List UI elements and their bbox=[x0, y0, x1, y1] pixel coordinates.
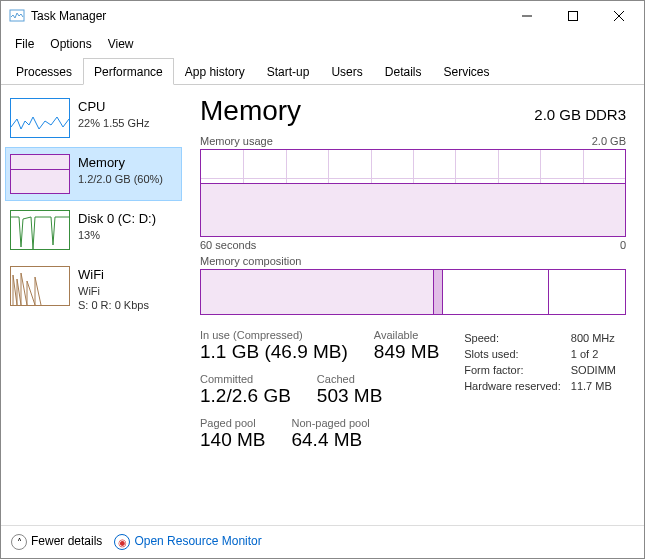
composition-label: Memory composition bbox=[200, 255, 301, 267]
content: CPU22% 1.55 GHz Memory1.2/2.0 GB (60%) D… bbox=[1, 85, 644, 525]
monitor-icon: ◉ bbox=[114, 534, 130, 550]
chevron-up-icon: ˄ bbox=[11, 534, 27, 550]
usage-max: 2.0 GB bbox=[592, 135, 626, 147]
hw-label: Hardware reserved: bbox=[464, 379, 569, 393]
cpu-thumb bbox=[10, 98, 70, 138]
sidebar: CPU22% 1.55 GHz Memory1.2/2.0 GB (60%) D… bbox=[1, 85, 186, 525]
specs-table: Speed:800 MHz Slots used:1 of 2 Form fac… bbox=[462, 329, 626, 451]
tab-startup[interactable]: Start-up bbox=[256, 58, 321, 85]
sidebar-disk-sub: 13% bbox=[78, 228, 156, 243]
in-use-value: 1.1 GB (46.9 MB) bbox=[200, 341, 348, 363]
available-value: 849 MB bbox=[374, 341, 439, 363]
disk-thumb bbox=[10, 210, 70, 250]
hw-value: 11.7 MB bbox=[571, 379, 624, 393]
sidebar-wifi-sub2: S: 0 R: 0 Kbps bbox=[78, 298, 149, 313]
tab-app-history[interactable]: App history bbox=[174, 58, 256, 85]
speed-value: 800 MHz bbox=[571, 331, 624, 345]
sidebar-item-disk[interactable]: Disk 0 (C: D:)13% bbox=[5, 203, 182, 257]
fewer-details-button[interactable]: ˄Fewer details bbox=[11, 534, 102, 550]
in-use-label: In use (Compressed) bbox=[200, 329, 348, 341]
menu-file[interactable]: File bbox=[7, 33, 42, 55]
memory-usage-chart bbox=[200, 149, 626, 237]
main-panel: Memory 2.0 GB DDR3 Memory usage2.0 GB 60… bbox=[186, 85, 644, 525]
tab-processes[interactable]: Processes bbox=[5, 58, 83, 85]
tab-performance[interactable]: Performance bbox=[83, 58, 174, 85]
sidebar-cpu-label: CPU bbox=[78, 98, 150, 116]
nonpaged-value: 64.4 MB bbox=[291, 429, 369, 451]
form-value: SODIMM bbox=[571, 363, 624, 377]
nonpaged-label: Non-paged pool bbox=[291, 417, 369, 429]
sidebar-memory-label: Memory bbox=[78, 154, 163, 172]
close-button[interactable] bbox=[596, 1, 642, 31]
sidebar-item-wifi[interactable]: WiFiWiFiS: 0 R: 0 Kbps bbox=[5, 259, 182, 320]
tab-details[interactable]: Details bbox=[374, 58, 433, 85]
menubar: File Options View bbox=[1, 31, 644, 57]
sidebar-wifi-label: WiFi bbox=[78, 266, 149, 284]
slots-label: Slots used: bbox=[464, 347, 569, 361]
footer: ˄Fewer details ◉Open Resource Monitor bbox=[1, 525, 644, 558]
open-resource-monitor-link[interactable]: ◉Open Resource Monitor bbox=[114, 534, 261, 550]
menu-options[interactable]: Options bbox=[42, 33, 99, 55]
available-label: Available bbox=[374, 329, 439, 341]
committed-value: 1.2/2.6 GB bbox=[200, 385, 291, 407]
usage-label: Memory usage bbox=[200, 135, 273, 147]
sidebar-item-memory[interactable]: Memory1.2/2.0 GB (60%) bbox=[5, 147, 182, 201]
sidebar-wifi-sub: WiFi bbox=[78, 284, 149, 299]
axis-right: 0 bbox=[620, 239, 626, 251]
minimize-button[interactable] bbox=[504, 1, 550, 31]
sidebar-memory-sub: 1.2/2.0 GB (60%) bbox=[78, 172, 163, 187]
committed-label: Committed bbox=[200, 373, 291, 385]
memory-thumb bbox=[10, 154, 70, 194]
sidebar-item-cpu[interactable]: CPU22% 1.55 GHz bbox=[5, 91, 182, 145]
slots-value: 1 of 2 bbox=[571, 347, 624, 361]
memory-total: 2.0 GB DDR3 bbox=[534, 106, 626, 123]
page-title: Memory bbox=[200, 95, 301, 127]
tab-services[interactable]: Services bbox=[432, 58, 500, 85]
app-icon bbox=[9, 8, 25, 24]
menu-view[interactable]: View bbox=[100, 33, 142, 55]
paged-value: 140 MB bbox=[200, 429, 265, 451]
svg-rect-2 bbox=[569, 12, 578, 21]
cached-value: 503 MB bbox=[317, 385, 382, 407]
speed-label: Speed: bbox=[464, 331, 569, 345]
titlebar: Task Manager bbox=[1, 1, 644, 31]
axis-left: 60 seconds bbox=[200, 239, 256, 251]
tab-strip: Processes Performance App history Start-… bbox=[1, 57, 644, 85]
cached-label: Cached bbox=[317, 373, 382, 385]
form-label: Form factor: bbox=[464, 363, 569, 377]
tab-users[interactable]: Users bbox=[320, 58, 373, 85]
sidebar-cpu-sub: 22% 1.55 GHz bbox=[78, 116, 150, 131]
memory-composition-chart bbox=[200, 269, 626, 315]
sidebar-disk-label: Disk 0 (C: D:) bbox=[78, 210, 156, 228]
window-title: Task Manager bbox=[31, 9, 504, 23]
paged-label: Paged pool bbox=[200, 417, 265, 429]
window-controls bbox=[504, 1, 642, 31]
wifi-thumb bbox=[10, 266, 70, 306]
maximize-button[interactable] bbox=[550, 1, 596, 31]
